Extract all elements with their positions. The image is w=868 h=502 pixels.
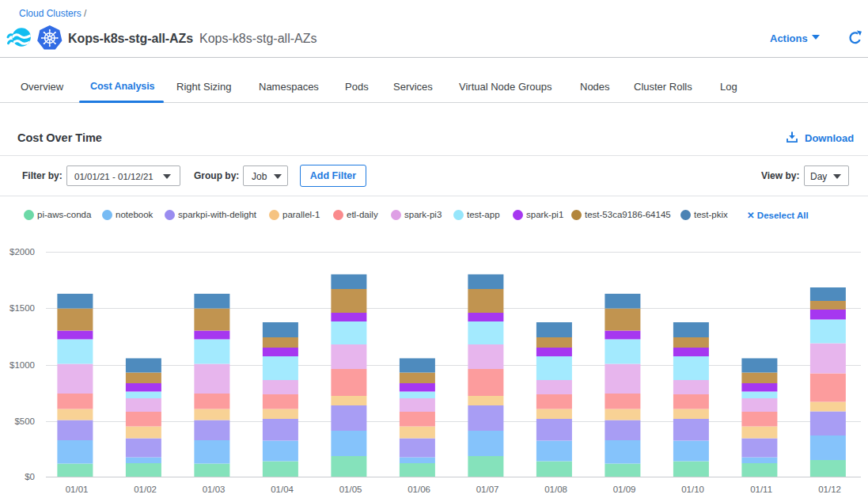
svg-text:01/02: 01/02 bbox=[134, 485, 157, 494]
svg-text:01/10: 01/10 bbox=[681, 485, 704, 494]
svg-text:$2000: $2000 bbox=[9, 247, 35, 257]
svg-text:$0: $0 bbox=[25, 472, 35, 481]
svg-text:$500: $500 bbox=[14, 416, 35, 426]
svg-text:01/11: 01/11 bbox=[750, 485, 772, 494]
svg-text:$1000: $1000 bbox=[9, 360, 35, 370]
svg-text:01/03: 01/03 bbox=[203, 485, 226, 494]
svg-text:01/09: 01/09 bbox=[613, 485, 636, 494]
svg-text:01/07: 01/07 bbox=[476, 485, 499, 494]
svg-text:01/04: 01/04 bbox=[271, 485, 294, 494]
svg-text:01/08: 01/08 bbox=[544, 485, 567, 494]
svg-text:01/01: 01/01 bbox=[66, 485, 89, 494]
svg-text:$1500: $1500 bbox=[9, 303, 35, 313]
svg-text:01/05: 01/05 bbox=[339, 485, 362, 494]
svg-text:01/06: 01/06 bbox=[407, 485, 430, 494]
svg-text:01/12: 01/12 bbox=[818, 485, 841, 494]
